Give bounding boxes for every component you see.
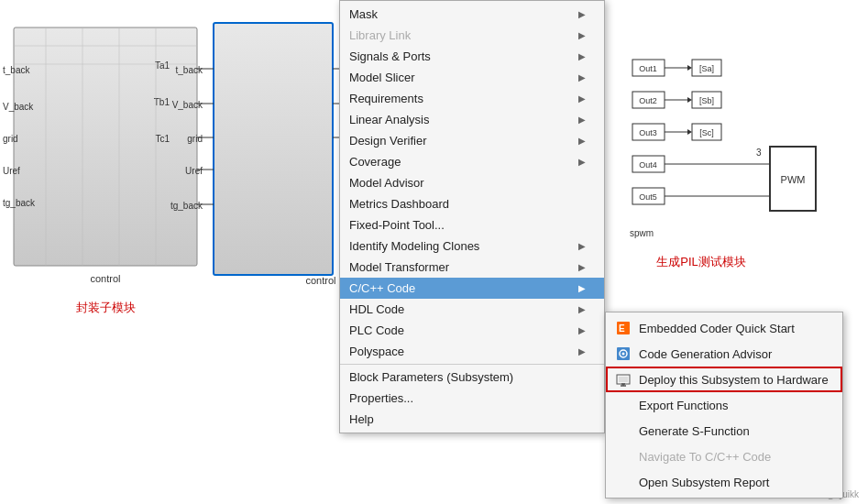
- svg-text:spwm: spwm: [630, 228, 654, 238]
- menu-item-model-advisor[interactable]: Model Advisor: [340, 172, 604, 193]
- svg-text:Tc1: Tc1: [155, 134, 170, 144]
- arrow-icon: ▶: [578, 51, 586, 61]
- svg-text:tg_back: tg_back: [3, 198, 36, 208]
- svg-marker-43: [687, 97, 692, 103]
- menu-item-identify-clones[interactable]: Identify Modeling Clones ▶: [340, 236, 604, 257]
- svg-text:V_back: V_back: [3, 102, 34, 112]
- svg-text:生成PIL测试模块: 生成PIL测试模块: [656, 255, 746, 268]
- svg-rect-37: [632, 188, 665, 204]
- menu-item-model-slicer[interactable]: Model Slicer ▶: [340, 67, 604, 88]
- svg-text:Out2: Out2: [639, 96, 657, 105]
- svg-rect-31: [632, 92, 665, 108]
- context-menu[interactable]: Mask ▶ Library Link ▶ Signals & Ports ▶ …: [339, 0, 605, 433]
- arrow-icon: ▶: [578, 241, 586, 251]
- svg-text:Out1: Out1: [639, 64, 657, 73]
- svg-point-65: [622, 353, 625, 356]
- menu-item-properties[interactable]: Properties...: [340, 388, 604, 409]
- arrow-icon: ▶: [578, 115, 586, 125]
- submenu-item-export-functions[interactable]: Export Functions: [606, 392, 842, 418]
- open-report-icon: [615, 474, 632, 490]
- svg-text:grid: grid: [3, 134, 18, 144]
- submenu-item-open-report[interactable]: Open Subsystem Report: [606, 469, 842, 495]
- svg-text:control: control: [305, 275, 335, 286]
- svg-text:Out5: Out5: [639, 192, 657, 202]
- arrow-icon: ▶: [578, 346, 586, 356]
- menu-item-signals-ports[interactable]: Signals & Ports ▶: [340, 46, 604, 67]
- svg-rect-29: [632, 60, 665, 76]
- svg-rect-45: [692, 60, 721, 76]
- svg-text:Tb1: Tb1: [154, 97, 170, 107]
- submenu-item-navigate-cpp[interactable]: Navigate To C/C++ Code: [606, 444, 842, 469]
- svg-rect-67: [619, 377, 628, 382]
- menu-item-linear-analysis[interactable]: Linear Analysis ▶: [340, 109, 604, 130]
- svg-marker-44: [687, 129, 692, 135]
- arrow-icon: ▶: [578, 93, 586, 104]
- arrow-icon: ▶: [578, 283, 586, 293]
- menu-item-library-link[interactable]: Library Link ▶: [340, 25, 604, 46]
- menu-item-mask[interactable]: Mask ▶: [340, 4, 604, 25]
- svg-text:t_back: t_back: [3, 65, 30, 75]
- svg-text:Out3: Out3: [639, 128, 657, 137]
- menu-item-polyspace[interactable]: Polyspace ▶: [340, 341, 604, 362]
- arrow-icon: ▶: [578, 325, 586, 335]
- menu-item-design-verifier[interactable]: Design Verifier ▶: [340, 130, 604, 151]
- menu-item-coverage[interactable]: Coverage ▶: [340, 151, 604, 172]
- svg-rect-0: [14, 27, 197, 266]
- svg-rect-49: [692, 124, 721, 140]
- svg-text:t_back: t_back: [176, 65, 203, 75]
- submenu-item-generate-sfunction[interactable]: Generate S-Function: [606, 418, 842, 444]
- svg-text:PWM: PWM: [781, 174, 806, 185]
- menu-item-block-params[interactable]: Block Parameters (Subsystem): [340, 364, 604, 388]
- svg-text:[Sb]: [Sb]: [699, 96, 714, 105]
- arrow-icon: ▶: [578, 136, 586, 146]
- svg-rect-47: [692, 92, 721, 108]
- submenu-item-embedded-coder[interactable]: E Embedded Coder Quick Start: [606, 315, 842, 341]
- svg-marker-42: [687, 65, 692, 71]
- svg-rect-53: [770, 147, 816, 211]
- menu-item-cpp-code[interactable]: C/C++ Code ▶: [340, 278, 604, 299]
- menu-item-model-transformer[interactable]: Model Transformer ▶: [340, 257, 604, 278]
- svg-text:tg_back: tg_back: [170, 201, 203, 211]
- svg-rect-35: [632, 156, 665, 172]
- svg-text:[Sc]: [Sc]: [699, 128, 714, 137]
- submenu-item-deploy-subsystem[interactable]: Deploy this Subsystem to Hardware: [606, 367, 842, 392]
- navigate-cpp-icon: [615, 448, 632, 465]
- arrow-icon: ▶: [578, 30, 586, 40]
- menu-item-requirements[interactable]: Requirements ▶: [340, 88, 604, 109]
- deploy-icon: [615, 371, 632, 388]
- svg-text:Ta1: Ta1: [155, 60, 170, 71]
- arrow-icon: ▶: [578, 157, 586, 167]
- arrow-icon: ▶: [578, 304, 586, 314]
- submenu-item-code-gen-advisor[interactable]: Code Generation Advisor: [606, 341, 842, 367]
- svg-text:[Sa]: [Sa]: [699, 64, 714, 73]
- code-gen-advisor-icon: [615, 345, 632, 362]
- cpp-code-submenu[interactable]: E Embedded Coder Quick Start Code Genera…: [605, 312, 843, 499]
- embedded-coder-icon: E: [615, 320, 632, 336]
- menu-item-plc-code[interactable]: PLC Code ▶: [340, 320, 604, 341]
- svg-text:3: 3: [756, 148, 762, 158]
- svg-text:E: E: [619, 323, 625, 334]
- arrow-icon: ▶: [578, 262, 586, 272]
- svg-text:V_back: V_back: [172, 100, 203, 110]
- arrow-icon: ▶: [578, 72, 586, 82]
- svg-text:Uref: Uref: [3, 166, 20, 176]
- export-functions-icon: [615, 397, 632, 413]
- svg-rect-33: [632, 124, 665, 140]
- menu-item-fixed-point-tool[interactable]: Fixed-Point Tool...: [340, 214, 604, 236]
- svg-text:封装子模块: 封装子模块: [76, 301, 136, 314]
- menu-item-hdl-code[interactable]: HDL Code ▶: [340, 299, 604, 320]
- svg-text:Out4: Out4: [639, 160, 657, 170]
- menu-item-metrics-dashboard[interactable]: Metrics Dashboard: [340, 193, 604, 214]
- menu-item-help[interactable]: Help: [340, 409, 604, 430]
- svg-text:control: control: [90, 273, 120, 284]
- svg-rect-17: [214, 23, 333, 275]
- generate-sfunction-icon: [615, 422, 632, 439]
- svg-text:Uref: Uref: [185, 166, 203, 176]
- arrow-icon: ▶: [578, 9, 586, 19]
- svg-text:grid: grid: [187, 134, 203, 144]
